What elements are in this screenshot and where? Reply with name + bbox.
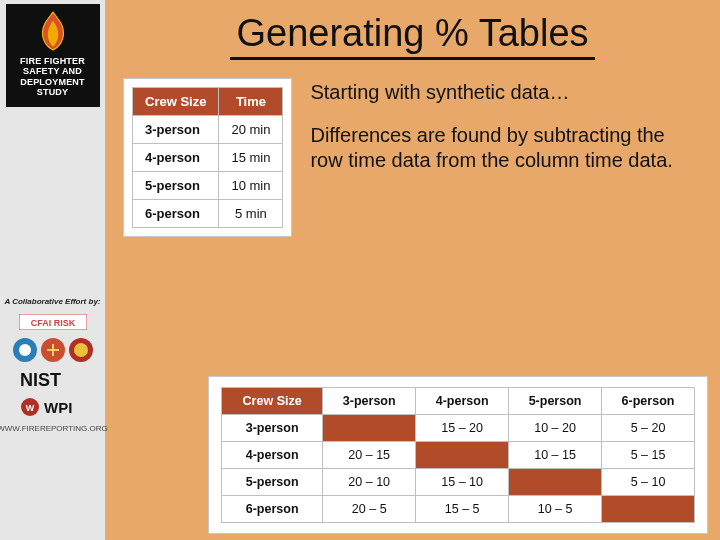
table-row-header: 5-person bbox=[222, 469, 323, 496]
table-cell: 10 – 15 bbox=[509, 442, 602, 469]
svg-text:W: W bbox=[25, 403, 34, 413]
table-row-header: 6-person bbox=[222, 496, 323, 523]
table-cell: 5 – 15 bbox=[602, 442, 695, 469]
flame-icon bbox=[32, 10, 74, 52]
table-cell: 4-person bbox=[133, 144, 219, 172]
paragraph: Starting with synthetic data… bbox=[310, 80, 702, 105]
svg-text:CFAI RISK: CFAI RISK bbox=[30, 318, 75, 328]
svg-text:WPI: WPI bbox=[44, 399, 72, 416]
table-diagonal bbox=[509, 469, 602, 496]
wpi-logo-icon: W WPI bbox=[18, 396, 88, 418]
difference-table: Crew Size 3-person 4-person 5-person 6-p… bbox=[208, 376, 708, 534]
table-cell: 10 min bbox=[219, 172, 283, 200]
nist-logo-icon: NIST bbox=[18, 370, 88, 390]
partner-logos: CFAI RISK NIST W WPI bbox=[11, 314, 95, 418]
table-cell: 20 min bbox=[219, 116, 283, 144]
table-cell: 15 – 20 bbox=[416, 415, 509, 442]
table-header: Crew Size bbox=[133, 88, 219, 116]
collab-label: A Collaborative Effort by: bbox=[4, 297, 100, 306]
slide-body: Generating % Tables Crew Size Time 3-per… bbox=[105, 0, 720, 540]
table-row-header: 3-person bbox=[222, 415, 323, 442]
body-text: Starting with synthetic data… Difference… bbox=[310, 78, 702, 191]
table-cell: 5 – 20 bbox=[602, 415, 695, 442]
table-cell: 20 – 10 bbox=[323, 469, 416, 496]
table-cell: 20 – 15 bbox=[323, 442, 416, 469]
table-cell: 15 – 10 bbox=[416, 469, 509, 496]
slide-title: Generating % Tables bbox=[230, 12, 594, 60]
table-col-header: 3-person bbox=[323, 388, 416, 415]
table-cell: 15 min bbox=[219, 144, 283, 172]
table-col-header: 5-person bbox=[509, 388, 602, 415]
svg-text:NIST: NIST bbox=[20, 370, 61, 390]
table-diagonal bbox=[416, 442, 509, 469]
table-cell: 10 – 20 bbox=[509, 415, 602, 442]
synthetic-data-table: Crew Size Time 3-person20 min 4-person15… bbox=[123, 78, 292, 237]
sidebar: FIRE FIGHTER SAFETY AND DEPLOYMENT STUDY… bbox=[0, 0, 105, 540]
table-cell: 5 – 10 bbox=[602, 469, 695, 496]
table-cell: 3-person bbox=[133, 116, 219, 144]
table-diagonal bbox=[602, 496, 695, 523]
table-diagonal bbox=[323, 415, 416, 442]
table-cell: 5-person bbox=[133, 172, 219, 200]
table-corner: Crew Size bbox=[222, 388, 323, 415]
table-cell: 5 min bbox=[219, 200, 283, 228]
reporting-url: WWW.FIREREPORTING.ORG bbox=[0, 424, 108, 433]
table-cell: 15 – 5 bbox=[416, 496, 509, 523]
table-col-header: 6-person bbox=[602, 388, 695, 415]
table-row-header: 4-person bbox=[222, 442, 323, 469]
table-cell: 10 – 5 bbox=[509, 496, 602, 523]
table-cell: 20 – 5 bbox=[323, 496, 416, 523]
table-col-header: 4-person bbox=[416, 388, 509, 415]
round-logos-icon bbox=[11, 336, 95, 364]
badge-text: FIRE FIGHTER SAFETY AND DEPLOYMENT STUDY bbox=[20, 56, 85, 97]
table-header: Time bbox=[219, 88, 283, 116]
table-cell: 6-person bbox=[133, 200, 219, 228]
paragraph: Differences are found by subtracting the… bbox=[310, 123, 702, 173]
cfai-logo-icon: CFAI RISK bbox=[19, 314, 87, 330]
svg-point-3 bbox=[19, 344, 31, 356]
svg-point-6 bbox=[74, 343, 88, 357]
study-badge: FIRE FIGHTER SAFETY AND DEPLOYMENT STUDY bbox=[6, 4, 100, 107]
